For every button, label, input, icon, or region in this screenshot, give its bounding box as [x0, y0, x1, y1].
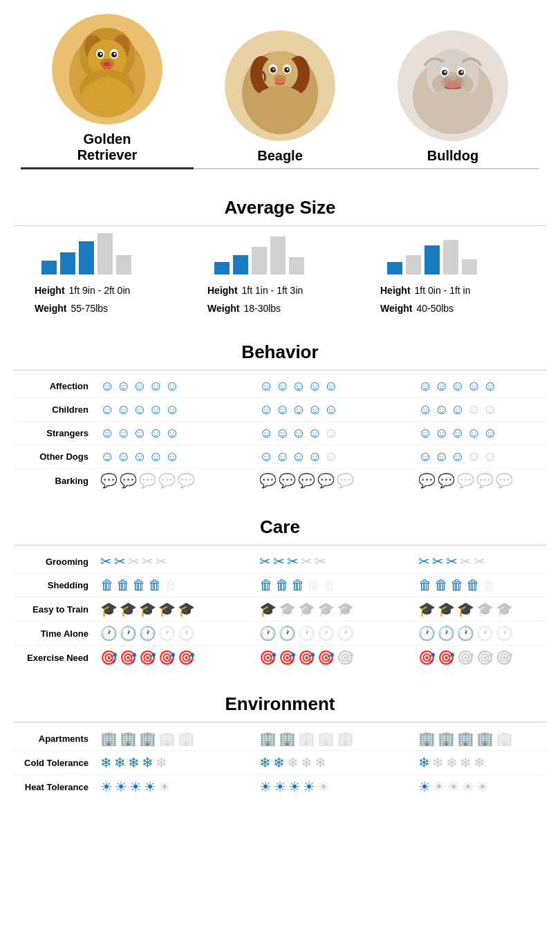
circle-dot-icon: 🎯: [120, 649, 137, 666]
children-row: Children ☺ ☺ ☺ ☺ ☺ ☺ ☺ ☺ ☺ ☺: [14, 398, 546, 421]
bulldog-height: Height1ft 0in - 1ft in: [380, 281, 471, 299]
other-dogs-label: Other Dogs: [14, 451, 97, 462]
cold-tolerance-bulldog: ❄ ❄ ❄ ❄ ❄: [415, 754, 560, 771]
chat-icon: 💬: [158, 472, 176, 489]
scissors-icon: ✂: [100, 553, 112, 570]
sun-icon: ☀: [447, 778, 460, 795]
size-col-bulldog: Height1ft 0in - 1ft in Weight40-50lbs: [366, 226, 539, 317]
svg-point-40: [445, 71, 447, 73]
dog-image-beagle: [225, 30, 335, 141]
trash-icon: 🗑: [148, 577, 162, 593]
sun-icon: ☀: [115, 778, 127, 795]
scissors-icon: ✂: [128, 553, 140, 570]
circle-dot-icon: 🎯: [139, 649, 156, 666]
other-dogs-bulldog: ☺ ☺ ☺ ☺ ☺: [415, 449, 560, 465]
face-icon: ☺: [308, 449, 321, 465]
scissors-icon: ✂: [446, 553, 458, 570]
building-icon: 🏢: [298, 730, 315, 747]
chat-icon: 💬: [120, 472, 137, 489]
face-icon: ☺: [275, 378, 289, 394]
behavior-title: Behavior: [0, 328, 560, 370]
time-alone-row: Time Alone 🕐 🕐 🕐 🕐 🕐 🕐 🕐 🕐 🕐: [14, 621, 546, 645]
environment-title: Environment: [0, 680, 560, 722]
graduation-icon: 🎓: [158, 601, 176, 617]
face-icon: ☺: [292, 425, 306, 441]
barking-golden: 💬 💬 💬 💬 💬: [97, 472, 256, 489]
chat-icon: 💬: [337, 472, 354, 489]
clock-icon: 🕐: [476, 625, 494, 642]
apartments-label: Apartments: [14, 734, 97, 744]
face-icon: ☺: [100, 402, 114, 418]
heat-tolerance-row: Heat Tolerance ☀ ☀ ☀ ☀ ☀ ☀ ☀ ☀ ☀ ☀: [14, 774, 546, 799]
building-icon: 🏢: [259, 730, 277, 747]
trash-icon: 🗑: [100, 577, 114, 593]
affection-label: Affection: [14, 381, 97, 391]
time-alone-cols: 🕐 🕐 🕐 🕐 🕐 🕐 🕐 🕐 🕐 🕐 🕐: [97, 625, 560, 642]
face-icon: ☺: [324, 378, 338, 394]
dog-col-bulldog: Bulldog: [366, 30, 539, 169]
face-icon: ☺: [275, 402, 289, 418]
bar-4: [443, 240, 458, 274]
chat-icon: 💬: [298, 472, 315, 489]
dog-image-golden: [52, 14, 162, 124]
dog-name-bulldog: Bulldog: [366, 148, 539, 169]
face-icon: ☺: [100, 449, 114, 465]
trash-icon: 🗑: [323, 577, 337, 593]
golden-height: Height1ft 9in - 2ft 0in: [35, 281, 130, 299]
bar-3: [252, 247, 267, 274]
bar-2: [60, 252, 75, 274]
face-icon: ☺: [116, 449, 130, 465]
heat-tolerance-golden: ☀ ☀ ☀ ☀ ☀: [97, 778, 256, 795]
circle-dot-icon: 🎯: [298, 649, 315, 666]
face-icon: ☺: [149, 425, 162, 441]
circle-dot-icon: 🎯: [279, 649, 296, 666]
face-icon: ☺: [116, 402, 130, 418]
other-dogs-cols: ☺ ☺ ☺ ☺ ☺ ☺ ☺ ☺ ☺ ☺ ☺ ☺: [97, 449, 560, 465]
snowflake-icon: ❄: [446, 754, 458, 771]
shedding-row: Shedding 🗑 🗑 🗑 🗑 🗑 🗑 🗑 🗑 🗑 🗑: [14, 573, 546, 597]
building-icon: 🏢: [496, 730, 513, 747]
building-icon: 🏢: [438, 730, 455, 747]
clock-icon: 🕐: [279, 625, 296, 642]
snowflake-icon: ❄: [301, 754, 312, 771]
svg-point-14: [104, 62, 111, 66]
svg-point-10: [100, 53, 102, 55]
barking-beagle: 💬 💬 💬 💬 💬: [256, 472, 415, 489]
face-icon: ☺: [259, 425, 273, 441]
chat-icon: 💬: [139, 472, 156, 489]
face-icon: ☺: [292, 449, 306, 465]
dog-image-bulldog: [398, 30, 508, 141]
snowflake-icon: ❄: [474, 754, 485, 771]
building-icon: 🏢: [457, 730, 474, 747]
apartments-cols: 🏢 🏢 🏢 🏢 🏢 🏢 🏢 🏢 🏢 🏢 🏢: [97, 730, 560, 747]
face-icon: ☺: [308, 425, 321, 441]
golden-retriever-svg: [52, 14, 162, 124]
building-icon: 🏢: [158, 730, 176, 747]
children-cols: ☺ ☺ ☺ ☺ ☺ ☺ ☺ ☺ ☺ ☺ ☺ ☺: [97, 402, 560, 418]
snowflake-icon: ❄: [259, 754, 271, 771]
bar-1: [214, 262, 230, 274]
scissors-icon: ✂: [315, 553, 326, 570]
svg-point-41: [461, 71, 463, 73]
snowflake-icon: ❄: [100, 754, 112, 771]
bar-5: [289, 257, 304, 274]
chat-icon: 💬: [178, 472, 195, 489]
chat-icon: 💬: [438, 472, 455, 489]
clock-icon: 🕐: [317, 625, 335, 642]
clock-icon: 🕐: [259, 625, 277, 642]
face-icon: ☺: [324, 425, 338, 441]
face-icon: ☺: [434, 378, 448, 394]
face-icon: ☺: [324, 402, 338, 418]
cold-tolerance-row: Cold Tolerance ❄ ❄ ❄ ❄ ❄ ❄ ❄ ❄ ❄ ❄: [14, 750, 546, 774]
circle-dot-icon: 🎯: [259, 649, 277, 666]
dog-name-golden: GoldenRetriever: [21, 131, 194, 169]
affection-beagle: ☺ ☺ ☺ ☺ ☺: [256, 378, 415, 394]
snowflake-icon: ❄: [418, 754, 430, 771]
clock-icon: 🕐: [418, 625, 436, 642]
graduation-icon: 🎓: [120, 601, 137, 617]
face-icon: ☺: [165, 449, 179, 465]
face-icon: ☺: [100, 378, 114, 394]
face-icon: ☺: [434, 449, 448, 465]
grooming-cols: ✂ ✂ ✂ ✂ ✂ ✂ ✂ ✂ ✂ ✂ ✂ ✂: [97, 553, 560, 570]
graduation-icon: 🎓: [139, 601, 156, 617]
